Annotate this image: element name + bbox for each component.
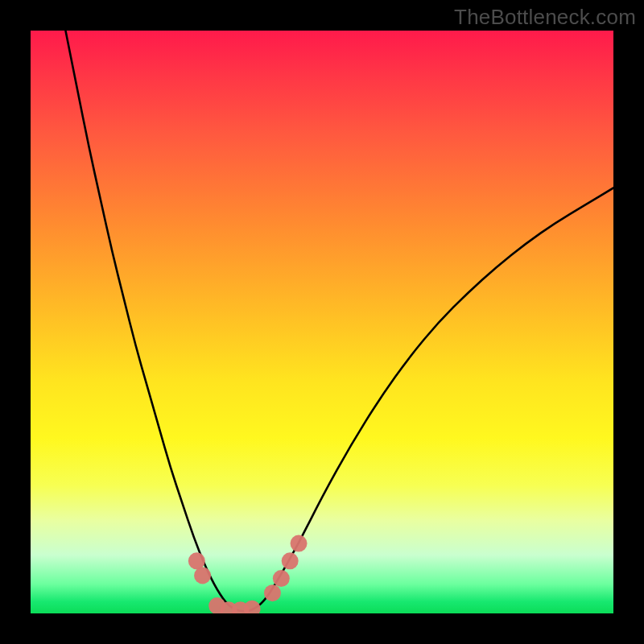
- curve-marker: [264, 584, 281, 601]
- curve-marker: [273, 570, 290, 587]
- curve-markers: [188, 535, 308, 613]
- curve-marker: [188, 552, 205, 569]
- curve-marker: [291, 535, 308, 552]
- curve-marker: [194, 567, 211, 584]
- plot-area: [31, 31, 613, 613]
- curve-layer: [31, 31, 613, 613]
- bottleneck-curve: [65, 31, 613, 611]
- curve-marker: [244, 601, 261, 613]
- watermark-text: TheBottleneck.com: [454, 5, 636, 30]
- curve-marker: [282, 552, 299, 569]
- chart-frame: TheBottleneck.com: [0, 0, 644, 644]
